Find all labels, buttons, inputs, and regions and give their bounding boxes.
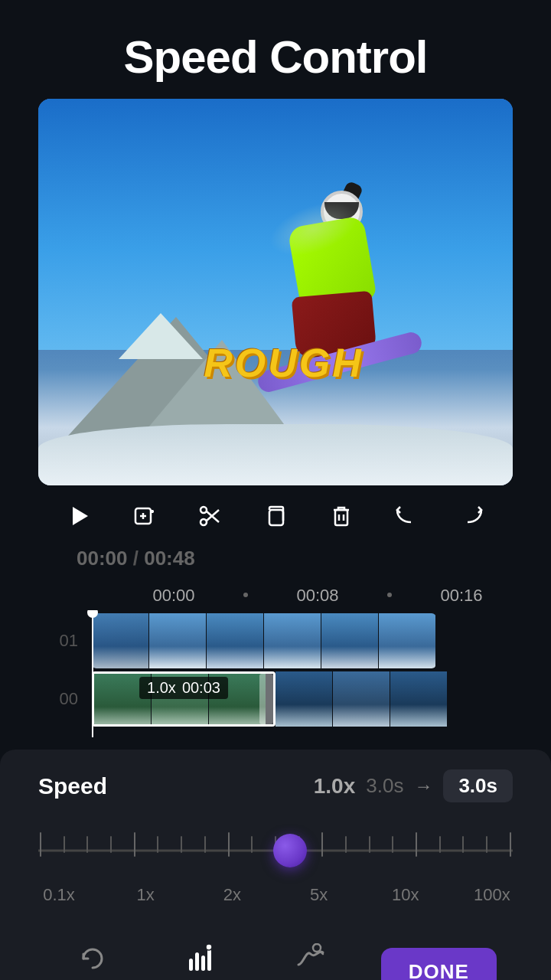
undo-button[interactable] [390, 499, 423, 533]
track-00-label: 00 [0, 689, 92, 709]
tick-3 [110, 836, 112, 853]
tick-13 [345, 836, 347, 853]
tick-16 [416, 832, 417, 857]
speed-duration-to: 3.0s [443, 769, 513, 802]
tick-8 [228, 832, 230, 857]
tick-1 [64, 836, 65, 853]
timeline-area: 00:00 / 00:48 00:00 00:08 00:16 01 [0, 547, 551, 745]
remaining-thumb-1 [276, 671, 333, 727]
svg-marker-0 [73, 507, 88, 525]
speed-value-group: 1.0x 3.0s → 3.0s [314, 769, 513, 802]
time-markers-row: 00:00 00:08 00:16 [0, 581, 551, 610]
svg-rect-15 [195, 952, 199, 971]
selected-segment[interactable]: 1.0x 00:03 [92, 671, 276, 727]
svg-point-6 [201, 519, 207, 525]
bottom-toolbar: Reset Pitch Smooth DONE [0, 928, 551, 980]
track-01-content [92, 613, 436, 668]
speed-current-value: 1.0x [314, 774, 356, 799]
svg-rect-10 [269, 510, 283, 525]
cut-button[interactable] [193, 499, 227, 533]
play-button[interactable] [62, 499, 96, 533]
thumb-01-3 [207, 613, 264, 668]
svg-line-9 [207, 511, 219, 522]
track-01-label: 01 [0, 631, 92, 651]
page-title: Speed Control [38, 31, 513, 83]
svg-rect-14 [189, 959, 193, 971]
tick-20 [510, 832, 511, 857]
svg-rect-11 [335, 510, 347, 525]
current-time-display: 00:00 / 00:48 [38, 547, 233, 577]
speed-arrow-icon: → [414, 776, 432, 797]
thumb-01-1 [92, 613, 149, 668]
thumb-01-5 [321, 613, 379, 668]
tick-14 [369, 836, 370, 853]
segment-speed-badge: 1.0x 00:03 [139, 677, 228, 699]
track-00-row: 00 1.0x 00:03 [0, 671, 551, 727]
track-01-row: 01 [0, 613, 551, 668]
reset-icon [76, 942, 109, 975]
remaining-thumb-2 [333, 671, 390, 727]
tracks-container: 01 [0, 610, 551, 737]
speed-label: Speed [38, 773, 107, 799]
svg-rect-16 [201, 956, 205, 971]
remaining-thumb-3 [390, 671, 448, 727]
add-clip-button[interactable] [128, 499, 161, 533]
tick-4 [134, 832, 135, 857]
speed-label-100x: 100x [473, 885, 511, 905]
time-marker-2: 00:16 [425, 586, 497, 606]
thumb-01-4 [264, 613, 321, 668]
smooth-tool[interactable]: Smooth [272, 942, 349, 980]
tick-17 [439, 836, 441, 853]
dot-2 [387, 593, 392, 597]
speed-label-1x: 1x [126, 885, 165, 905]
tick-7 [204, 836, 206, 853]
speed-label-2x: 2x [213, 885, 251, 905]
speed-panel: Speed 1.0x 3.0s → 3.0s [0, 750, 551, 928]
drag-handle-right[interactable] [259, 674, 273, 724]
redo-button[interactable] [455, 499, 489, 533]
speed-duration-from: 3.0s [366, 774, 403, 798]
slider-labels: 0.1x 1x 2x 5x 10x 100x [38, 885, 513, 905]
smooth-icon [294, 942, 328, 975]
snow-ground [38, 424, 513, 485]
thumb-01-2 [149, 613, 207, 668]
tick-2 [86, 836, 88, 853]
tick-0 [40, 832, 41, 857]
done-button[interactable]: DONE [381, 948, 497, 981]
header: Speed Control [0, 0, 551, 99]
tick-15 [392, 836, 393, 853]
speed-slider-container[interactable] [38, 824, 513, 877]
pitch-tool[interactable]: Pitch [163, 942, 240, 980]
speed-label-5x: 5x [300, 885, 338, 905]
dot-1 [243, 593, 248, 597]
svg-rect-17 [207, 949, 211, 971]
video-watermark: ROUGH [204, 340, 364, 386]
tick-18 [462, 836, 464, 853]
time-marker-0: 00:00 [138, 586, 210, 606]
copy-button[interactable] [259, 499, 292, 533]
pitch-icon [184, 942, 218, 975]
speed-slider-thumb[interactable] [273, 834, 307, 867]
playhead[interactable] [92, 610, 93, 737]
time-marker-1: 00:08 [282, 586, 354, 606]
tick-9 [251, 836, 253, 853]
svg-line-8 [207, 510, 219, 521]
delete-button[interactable] [324, 499, 358, 533]
video-background: ROUGH [38, 99, 513, 485]
thumb-01-6 [379, 613, 436, 668]
track-00-content: 1.0x 00:03 [92, 671, 448, 727]
speed-label-10x: 10x [386, 885, 425, 905]
tick-12 [321, 832, 323, 857]
svg-point-18 [206, 944, 212, 950]
tick-5 [157, 836, 158, 853]
speed-label-0-1x: 0.1x [40, 885, 78, 905]
speed-header: Speed 1.0x 3.0s → 3.0s [38, 769, 513, 802]
tick-19 [486, 836, 487, 853]
mountain-snow [119, 313, 203, 359]
video-preview: ROUGH [38, 99, 513, 485]
tick-6 [181, 836, 182, 853]
svg-point-7 [201, 507, 207, 513]
editor-toolbar [0, 485, 551, 547]
reset-tool[interactable]: Reset [54, 942, 131, 980]
